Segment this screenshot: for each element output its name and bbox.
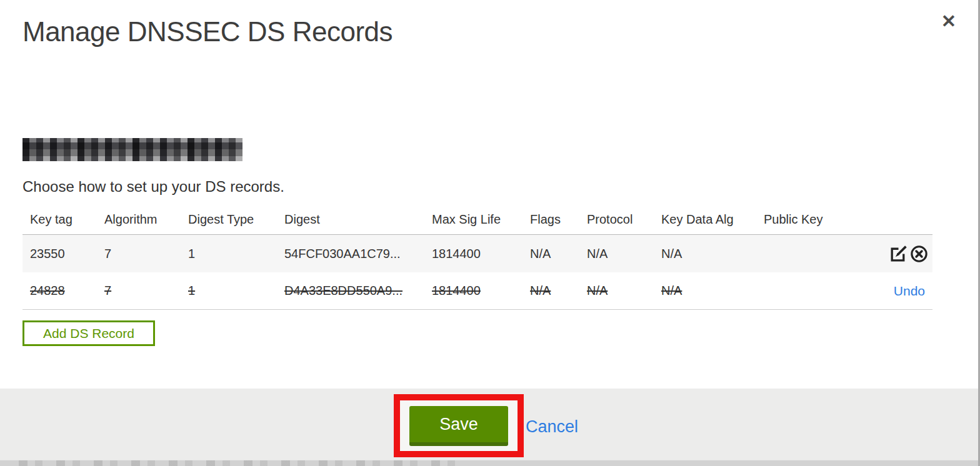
remove-icon[interactable] (909, 244, 929, 264)
column-header-public-key: Public Key (764, 212, 858, 227)
column-header-digest-type: Digest Type (188, 212, 284, 227)
cell-algorithm: 7 (104, 284, 188, 298)
cell-max-sig-life: 1814400 (432, 284, 530, 298)
column-header-key-tag: Key tag (30, 212, 104, 227)
cell-algorithm: 7 (104, 247, 188, 261)
dnssec-modal: Manage DNSSEC DS Records ✕ Choose how to… (0, 0, 980, 466)
cell-flags: N/A (530, 284, 587, 298)
cancel-link[interactable]: Cancel (526, 417, 578, 437)
table-row: 23550 7 1 54FCF030AA1C79... 1814400 N/A … (22, 234, 932, 272)
cell-key-data-alg: N/A (661, 247, 764, 261)
column-header-key-data-alg: Key Data Alg (661, 212, 764, 227)
cell-max-sig-life: 1814400 (432, 247, 530, 261)
row-actions (858, 244, 932, 264)
ds-records-table: Key tag Algorithm Digest Type Digest Max… (22, 205, 932, 310)
cell-key-tag: 23550 (30, 247, 104, 261)
cell-protocol: N/A (587, 247, 661, 261)
cell-protocol: N/A (587, 284, 661, 298)
table-header-row: Key tag Algorithm Digest Type Digest Max… (22, 205, 932, 234)
cell-digest-type: 1 (188, 247, 284, 261)
cell-flags: N/A (530, 247, 587, 261)
cell-key-data-alg: N/A (661, 284, 764, 298)
instruction-text: Choose how to set up your DS records. (22, 178, 284, 196)
cell-digest: D4A33E8DD550A9... (284, 284, 432, 298)
cell-digest: 54FCF030AA1C79... (284, 247, 432, 261)
column-header-algorithm: Algorithm (104, 212, 188, 227)
page-title: Manage DNSSEC DS Records (22, 16, 392, 47)
column-header-max-sig-life: Max Sig Life (432, 212, 530, 227)
redacted-domain-name (22, 138, 242, 161)
cell-digest-type: 1 (188, 284, 284, 298)
edit-icon[interactable] (888, 244, 908, 264)
table-row: 24828 7 1 D4A33E8DD550A9... 1814400 N/A … (22, 272, 932, 310)
add-ds-record-button[interactable]: Add DS Record (22, 320, 155, 346)
column-header-flags: Flags (530, 212, 587, 227)
column-header-protocol: Protocol (587, 212, 661, 227)
save-button[interactable]: Save (409, 406, 508, 446)
close-icon[interactable]: ✕ (938, 10, 960, 32)
background-page-edge (0, 460, 980, 466)
undo-link[interactable]: Undo (894, 284, 929, 299)
column-header-digest: Digest (284, 212, 432, 227)
row-actions: Undo (858, 284, 932, 299)
cell-key-tag: 24828 (30, 284, 104, 298)
